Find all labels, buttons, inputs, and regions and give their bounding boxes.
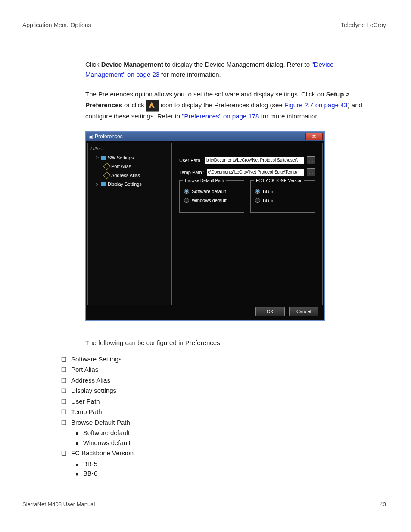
group-browse-default: Browse Default Path Software default Win… <box>179 180 244 213</box>
list-item: Address Alias <box>61 376 386 386</box>
list-item: Display settings <box>61 386 386 396</box>
titlebar-icon: ▣ <box>88 133 93 140</box>
nav-tree: Filter... ▷ SW Settings Port Alias Addre… <box>87 143 172 305</box>
tree-port-alias[interactable]: Port Alias <box>88 162 171 171</box>
list-sub-item: Windows default <box>76 438 386 448</box>
tag-icon <box>103 163 111 170</box>
radio-icon <box>255 198 260 203</box>
list-sub-item: BB-6 <box>76 469 386 479</box>
radio-windows-default[interactable]: Windows default <box>184 197 240 204</box>
tag-icon <box>103 171 111 179</box>
list-item: Temp Path <box>61 407 386 417</box>
expander-icon: ▷ <box>96 155 99 161</box>
group-title-browse: Browse Default Path <box>183 177 226 184</box>
titlebar: ▣ Preferences ✕ <box>86 132 324 141</box>
folder-icon <box>101 156 106 160</box>
list-item: User Path <box>61 397 386 407</box>
followup-text: The following can be configured in Prefe… <box>85 338 369 348</box>
tree-sw-settings[interactable]: ▷ SW Settings <box>88 153 171 162</box>
list-sub-item: Software default <box>76 428 386 438</box>
paragraph-2: The Preferences option allows you to set… <box>85 90 369 121</box>
user-path-label: User Path : <box>179 157 203 164</box>
radio-icon <box>255 189 260 194</box>
list-item: Browse Default Path Software default Win… <box>61 418 386 448</box>
browse-temp-button[interactable]: … <box>307 168 315 176</box>
close-button[interactable]: ✕ <box>305 133 323 140</box>
bold-device-management: Device Management <box>101 61 163 68</box>
radio-bb6[interactable]: BB-6 <box>255 197 311 204</box>
temp-path-input[interactable]: c\Documents\LeCroy\Net Protocol Suite\Te… <box>207 169 304 176</box>
tree-address-alias[interactable]: Address Alias <box>88 171 171 180</box>
list-item: Software Settings <box>61 355 386 364</box>
footer-left: SierraNet M408 User Manual <box>22 500 95 509</box>
group-fc-backbone: FC BACKBONE Version BB-5 BB-6 <box>250 180 315 213</box>
user-path-input[interactable]: blic\Documents\LeCroy\Net Protocol Suite… <box>206 157 304 164</box>
browse-user-button[interactable]: … <box>307 156 315 164</box>
list-item: Port Alias <box>61 365 386 375</box>
list-item: FC Backbone Version BB-5 BB-6 <box>61 448 386 479</box>
temp-path-label: Temp Path : <box>179 169 205 176</box>
close-icon: ✕ <box>312 133 316 140</box>
dialog-title: Preferences <box>95 133 123 140</box>
preferences-dialog: ▣ Preferences ✕ Filter... ▷ SW Settings … <box>85 131 325 321</box>
link-figure[interactable]: Figure 2.7 on page 43 <box>284 101 348 108</box>
list-sub-item: BB-5 <box>76 459 386 469</box>
expander-icon: ▷ <box>96 181 99 187</box>
header-left: Application Menu Options <box>22 21 91 30</box>
folder-icon <box>101 182 106 186</box>
header-right: Teledyne LeCroy <box>341 21 386 30</box>
group-title-fc: FC BACKBONE Version <box>254 177 304 184</box>
radio-bb5[interactable]: BB-5 <box>255 188 311 195</box>
link-preferences[interactable]: "Preferences" on page 178 <box>182 112 259 120</box>
ok-button[interactable]: OK <box>255 307 285 316</box>
radio-software-default[interactable]: Software default <box>184 188 240 195</box>
settings-pane: User Path : blic\Documents\LeCroy\Net Pr… <box>172 143 323 305</box>
preferences-icon <box>146 100 159 112</box>
paragraph-1: Click Device Management to display the D… <box>85 60 369 79</box>
footer-right: 43 <box>380 500 386 509</box>
tree-display-settings[interactable]: ▷ Display Settings <box>88 180 171 189</box>
cancel-button[interactable]: Cancel <box>289 307 318 316</box>
radio-icon <box>184 189 189 194</box>
tree-filter[interactable]: Filter... <box>88 144 171 153</box>
radio-icon <box>184 198 189 203</box>
config-list: Software Settings Port Alias Address Ali… <box>22 355 386 479</box>
